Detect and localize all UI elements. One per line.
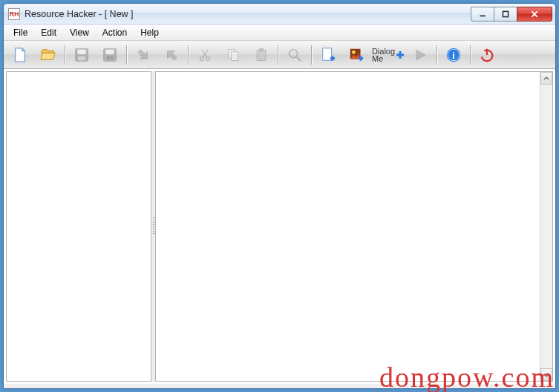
play-icon: [413, 48, 428, 62]
cut-button: [192, 43, 218, 67]
close-icon: [530, 10, 539, 19]
chevron-down-icon: [543, 372, 549, 378]
minimize-button[interactable]: [471, 7, 494, 22]
svg-rect-11: [232, 51, 238, 60]
resource-view-pane[interactable]: [155, 71, 553, 382]
chevron-up-icon: [543, 76, 549, 82]
copy-icon: [226, 48, 241, 62]
svg-rect-13: [260, 48, 264, 50]
cut-icon: [197, 48, 212, 62]
close-button[interactable]: [517, 7, 552, 22]
save-as-icon: As: [102, 47, 118, 63]
save-as-button: As: [97, 43, 123, 67]
svg-rect-3: [78, 49, 86, 53]
svg-rect-12: [257, 50, 266, 60]
window-controls: [471, 7, 552, 22]
exit-button[interactable]: [474, 43, 500, 67]
open-button[interactable]: [35, 43, 62, 67]
import-button: [130, 43, 157, 67]
toolbar-separator: [126, 45, 127, 65]
dialog-menu-button[interactable]: Dialog Me: [371, 43, 405, 67]
svg-text:As: As: [106, 54, 113, 61]
statusbar: [4, 384, 555, 388]
svg-rect-4: [78, 56, 85, 60]
menubar: File Edit View Action Help: [4, 24, 555, 41]
svg-rect-6: [106, 49, 114, 53]
menu-action[interactable]: Action: [96, 26, 134, 39]
run-button: [407, 43, 434, 67]
search-icon: [287, 47, 303, 63]
menu-view[interactable]: View: [63, 26, 96, 39]
toolbar: As: [4, 41, 555, 69]
arrow-in-icon: [136, 48, 151, 62]
menu-file[interactable]: File: [7, 26, 34, 39]
app-icon: RH: [8, 8, 20, 20]
scroll-up-button[interactable]: [540, 72, 552, 85]
info-icon: i: [445, 47, 462, 63]
app-window: RH Resource Hacker - [ New ] File Edit V…: [3, 3, 556, 389]
add-resource-icon: [320, 47, 336, 63]
toolbar-separator: [65, 45, 65, 65]
save-icon: [73, 47, 90, 63]
content-area: [4, 69, 555, 384]
open-folder-icon: [39, 47, 57, 63]
toolbar-separator: [278, 45, 278, 65]
toolbar-separator: [437, 45, 437, 65]
save-button: [68, 43, 95, 67]
add-binary-button[interactable]: [343, 43, 370, 67]
svg-text:i: i: [452, 50, 455, 60]
toolbar-separator: [470, 45, 471, 65]
new-button[interactable]: [7, 43, 33, 67]
about-button[interactable]: i: [440, 43, 467, 67]
add-binary-icon: [348, 47, 365, 63]
power-icon: [479, 47, 495, 63]
window-title: Resource Hacker - [ New ]: [24, 9, 471, 19]
add-resource-button[interactable]: [315, 43, 341, 67]
svg-point-18: [352, 50, 356, 54]
titlebar[interactable]: RH Resource Hacker - [ New ]: [4, 4, 555, 24]
paste-button: [248, 43, 275, 67]
scroll-down-button[interactable]: [540, 368, 552, 381]
copy-button: [220, 43, 246, 67]
find-button: [281, 43, 308, 67]
menu-help[interactable]: Help: [134, 26, 166, 39]
svg-point-14: [290, 49, 298, 57]
minimize-icon: [478, 10, 487, 19]
paste-icon: [254, 48, 269, 62]
arrow-out-icon: [164, 48, 179, 62]
resource-tree-pane[interactable]: [6, 71, 151, 382]
export-button: [158, 43, 185, 67]
vertical-scrollbar[interactable]: [540, 72, 552, 381]
menu-edit[interactable]: Edit: [34, 26, 63, 39]
toolbar-separator: [188, 45, 189, 65]
maximize-icon: [501, 10, 510, 19]
svg-line-15: [297, 56, 301, 61]
plus-icon: [396, 50, 405, 59]
maximize-button[interactable]: [494, 7, 517, 22]
dialog-label: Dialog Me: [372, 48, 395, 62]
svg-rect-1: [503, 11, 508, 16]
new-file-icon: [12, 47, 28, 63]
toolbar-separator: [311, 45, 312, 65]
